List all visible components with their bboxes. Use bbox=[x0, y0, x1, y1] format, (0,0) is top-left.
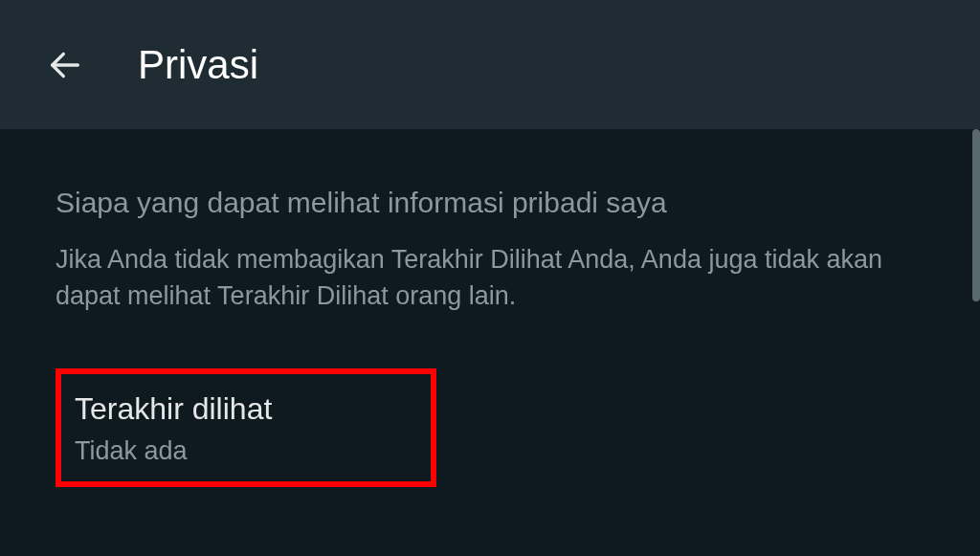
setting-value: Tidak ada bbox=[75, 436, 417, 466]
scrollbar[interactable] bbox=[972, 129, 980, 301]
content: Siapa yang dapat melihat informasi priba… bbox=[0, 129, 980, 487]
back-button[interactable] bbox=[46, 46, 84, 84]
setting-title: Terakhir dilihat bbox=[75, 391, 417, 427]
section-description: Jika Anda tidak membagikan Terakhir Dili… bbox=[56, 242, 924, 315]
page-title: Privasi bbox=[138, 42, 258, 88]
section-heading: Siapa yang dapat melihat informasi priba… bbox=[56, 187, 924, 219]
header: Privasi bbox=[0, 0, 980, 129]
arrow-left-icon bbox=[46, 46, 84, 84]
setting-last-seen[interactable]: Terakhir dilihat Tidak ada bbox=[56, 368, 436, 487]
